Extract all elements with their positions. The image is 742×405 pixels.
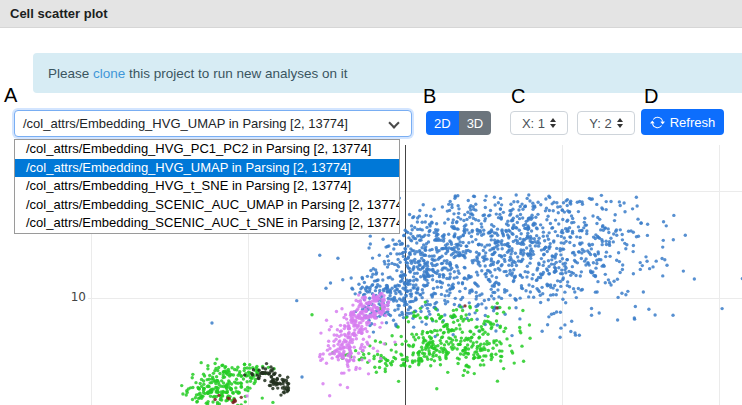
panel-title: Cell scatter plot (10, 6, 108, 21)
chevron-down-icon (388, 117, 399, 128)
clone-link[interactable]: clone (93, 66, 125, 81)
annotation-letter-b: B (423, 85, 436, 107)
dimension-toggle-group: 2D 3D (426, 111, 491, 135)
info-alert: Please clone this project to run new ana… (33, 53, 742, 93)
embedding-select[interactable]: /col_attrs/Embedding_HVG_UMAP in Parsing… (14, 110, 412, 137)
dropdown-option[interactable]: /col_attrs/Embedding_HVG_t_SNE in Parsin… (15, 177, 399, 196)
y-stepper-value: Y: 2 (589, 116, 611, 131)
embedding-select-value: /col_attrs/Embedding_HVG_UMAP in Parsing… (23, 116, 348, 131)
up-down-arrows-icon (550, 118, 556, 128)
embedding-dropdown-list: /col_attrs/Embedding_HVG_PC1_PC2 in Pars… (14, 139, 400, 234)
dropdown-option[interactable]: /col_attrs/Embedding_HVG_UMAP in Parsing… (15, 159, 399, 178)
dropdown-option[interactable]: /col_attrs/Embedding_HVG_PC1_PC2 in Pars… (15, 140, 399, 159)
x-stepper-value: X: 1 (522, 116, 545, 131)
alert-text-after: this project to run new analyses on it (129, 66, 347, 81)
dropdown-option[interactable]: /col_attrs/Embedding_SCENIC_AUC_UMAP in … (15, 196, 399, 215)
y-axis-stepper[interactable]: Y: 2 (577, 111, 635, 135)
dropdown-option[interactable]: /col_attrs/Embedding_SCENIC_AUC_t_SNE in… (15, 214, 399, 233)
annotation-letter-c: C (511, 85, 525, 107)
cell-scatter-plot-panel: Cell scatter plot Please clone this proj… (0, 0, 742, 405)
toggle-3d-button[interactable]: 3D (459, 111, 492, 135)
refresh-label: Refresh (670, 115, 716, 130)
toggle-2d-button[interactable]: 2D (426, 111, 459, 135)
panel-header: Cell scatter plot (0, 0, 742, 28)
x-axis-stepper[interactable]: X: 1 (510, 111, 568, 135)
annotation-letter-a: A (4, 84, 17, 106)
refresh-button[interactable]: Refresh (641, 109, 724, 135)
up-down-arrows-icon (617, 118, 623, 128)
annotation-letter-d: D (644, 85, 658, 107)
alert-text-before: Please (48, 66, 89, 81)
refresh-icon (650, 115, 665, 130)
